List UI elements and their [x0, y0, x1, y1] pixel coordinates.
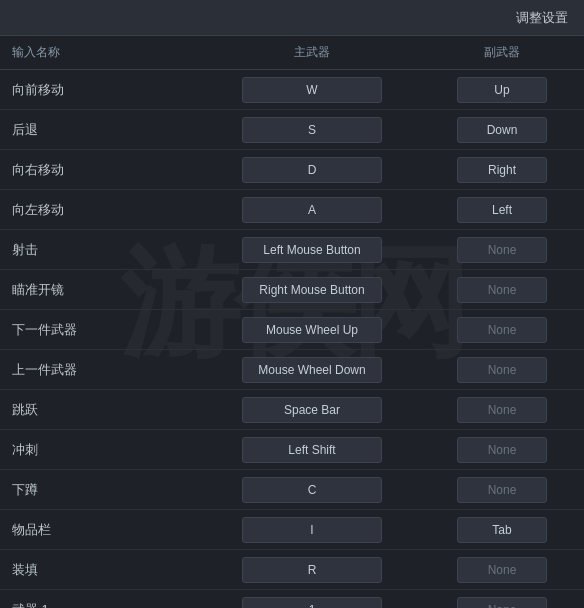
secondary-col: Left: [432, 197, 572, 223]
header-bar: 调整设置: [0, 0, 584, 36]
primary-key-button[interactable]: C: [242, 477, 382, 503]
secondary-key-button[interactable]: None: [457, 317, 547, 343]
table-row: 后退SDown: [0, 110, 584, 150]
secondary-col: None: [432, 277, 572, 303]
row-name: 向前移动: [12, 81, 192, 99]
secondary-key-button[interactable]: Tab: [457, 517, 547, 543]
table-row: 瞄准开镜Right Mouse ButtonNone: [0, 270, 584, 310]
table-row: 装填RNone: [0, 550, 584, 590]
primary-col: 1: [192, 597, 432, 609]
secondary-col: None: [432, 317, 572, 343]
secondary-key-button[interactable]: None: [457, 357, 547, 383]
secondary-col: Down: [432, 117, 572, 143]
secondary-key-button[interactable]: None: [457, 397, 547, 423]
secondary-key-button[interactable]: Right: [457, 157, 547, 183]
secondary-key-button[interactable]: None: [457, 437, 547, 463]
secondary-col: None: [432, 437, 572, 463]
primary-col: D: [192, 157, 432, 183]
secondary-key-button[interactable]: Left: [457, 197, 547, 223]
table-row: 向前移动WUp: [0, 70, 584, 110]
primary-col: R: [192, 557, 432, 583]
row-name: 冲刺: [12, 441, 192, 459]
table-row: 下一件武器Mouse Wheel UpNone: [0, 310, 584, 350]
primary-col: W: [192, 77, 432, 103]
secondary-col: None: [432, 477, 572, 503]
table-row: 下蹲CNone: [0, 470, 584, 510]
secondary-col: Up: [432, 77, 572, 103]
primary-key-button[interactable]: W: [242, 77, 382, 103]
row-name: 瞄准开镜: [12, 281, 192, 299]
row-name: 物品栏: [12, 521, 192, 539]
scroll-area[interactable]: 输入名称 主武器 副武器 向前移动WUp后退SDown向右移动DRight向左移…: [0, 36, 584, 608]
row-name: 向右移动: [12, 161, 192, 179]
row-name: 后退: [12, 121, 192, 139]
primary-col: S: [192, 117, 432, 143]
primary-col: Right Mouse Button: [192, 277, 432, 303]
table-row: 向左移动ALeft: [0, 190, 584, 230]
primary-key-button[interactable]: S: [242, 117, 382, 143]
table-rows: 向前移动WUp后退SDown向右移动DRight向左移动ALeft射击Left …: [0, 70, 584, 608]
table-row: 射击Left Mouse ButtonNone: [0, 230, 584, 270]
secondary-key-button[interactable]: None: [457, 477, 547, 503]
secondary-col: Tab: [432, 517, 572, 543]
primary-col: C: [192, 477, 432, 503]
primary-col: Mouse Wheel Up: [192, 317, 432, 343]
row-name: 下蹲: [12, 481, 192, 499]
primary-col: Left Shift: [192, 437, 432, 463]
secondary-col: None: [432, 597, 572, 609]
secondary-key-button[interactable]: Up: [457, 77, 547, 103]
table-row: 冲刺Left ShiftNone: [0, 430, 584, 470]
secondary-key-button[interactable]: None: [457, 277, 547, 303]
primary-key-button[interactable]: R: [242, 557, 382, 583]
secondary-col: None: [432, 237, 572, 263]
table-header: 输入名称 主武器 副武器: [0, 36, 584, 70]
primary-key-button[interactable]: 1: [242, 597, 382, 609]
row-name: 武器 1: [12, 601, 192, 609]
primary-col: Left Mouse Button: [192, 237, 432, 263]
primary-col: Space Bar: [192, 397, 432, 423]
table-row: 向右移动DRight: [0, 150, 584, 190]
primary-col: I: [192, 517, 432, 543]
row-name: 下一件武器: [12, 321, 192, 339]
primary-key-button[interactable]: Left Mouse Button: [242, 237, 382, 263]
secondary-col: None: [432, 397, 572, 423]
primary-key-button[interactable]: Left Shift: [242, 437, 382, 463]
primary-key-button[interactable]: I: [242, 517, 382, 543]
primary-key-button[interactable]: Mouse Wheel Up: [242, 317, 382, 343]
row-name: 上一件武器: [12, 361, 192, 379]
primary-col: Mouse Wheel Down: [192, 357, 432, 383]
primary-key-button[interactable]: Space Bar: [242, 397, 382, 423]
secondary-col: None: [432, 557, 572, 583]
table-row: 上一件武器Mouse Wheel DownNone: [0, 350, 584, 390]
table-row: 物品栏ITab: [0, 510, 584, 550]
secondary-key-button[interactable]: None: [457, 237, 547, 263]
primary-key-button[interactable]: Right Mouse Button: [242, 277, 382, 303]
secondary-key-button[interactable]: None: [457, 557, 547, 583]
secondary-col: None: [432, 357, 572, 383]
primary-key-button[interactable]: A: [242, 197, 382, 223]
row-name: 向左移动: [12, 201, 192, 219]
row-name: 装填: [12, 561, 192, 579]
col-name-label: 输入名称: [12, 44, 192, 61]
table-row: 跳跃Space BarNone: [0, 390, 584, 430]
row-name: 跳跃: [12, 401, 192, 419]
header-title: 调整设置: [516, 9, 568, 27]
secondary-key-button[interactable]: Down: [457, 117, 547, 143]
secondary-col: Right: [432, 157, 572, 183]
table-row: 武器 11None: [0, 590, 584, 608]
primary-col: A: [192, 197, 432, 223]
col-primary-label: 主武器: [192, 44, 432, 61]
primary-key-button[interactable]: Mouse Wheel Down: [242, 357, 382, 383]
primary-key-button[interactable]: D: [242, 157, 382, 183]
table-container: 输入名称 主武器 副武器 向前移动WUp后退SDown向右移动DRight向左移…: [0, 36, 584, 608]
col-secondary-label: 副武器: [432, 44, 572, 61]
secondary-key-button[interactable]: None: [457, 597, 547, 609]
row-name: 射击: [12, 241, 192, 259]
